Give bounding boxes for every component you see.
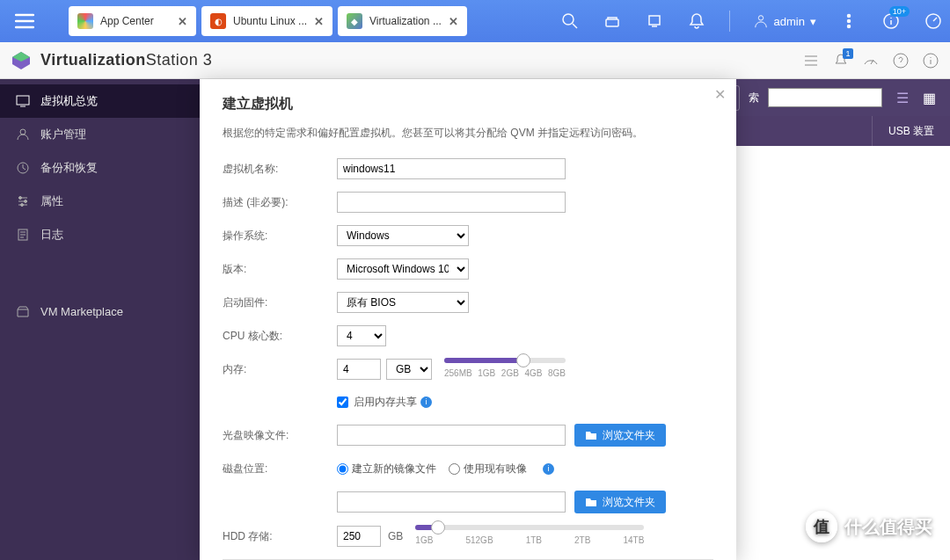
info-icon[interactable]: i	[543, 463, 554, 475]
label-version: 版本:	[223, 262, 337, 277]
hdd-unit: GB	[388, 530, 403, 542]
label-memory: 内存:	[223, 362, 337, 377]
svg-point-16	[25, 200, 27, 203]
label-hdd: HDD 存储:	[223, 529, 337, 544]
close-icon[interactable]: ✕	[449, 15, 458, 28]
memory-input[interactable]	[337, 359, 381, 380]
svg-point-15	[19, 197, 22, 200]
separator	[729, 11, 730, 32]
chevron-down-icon: ▾	[810, 15, 816, 28]
column-usb[interactable]: USB 装置	[872, 116, 950, 146]
disk-path-input[interactable]	[337, 491, 566, 513]
sidebar-item-logs[interactable]: 日志	[0, 218, 200, 251]
sidebar-item-marketplace[interactable]: VM Marketplace	[0, 295, 200, 327]
sidebar: 虚拟机总览 账户管理 备份和恢复 属性 日志 VM Marketplace	[0, 79, 200, 560]
memory-slider[interactable]: 256MB1GB2GB4GB8GB	[444, 358, 713, 378]
mem-share-checkbox[interactable]: 启用内存共享	[337, 395, 417, 410]
app-tools: 1	[802, 52, 939, 69]
svg-point-5	[848, 25, 851, 28]
app-logo-icon	[11, 50, 32, 71]
sidebar-item-label: 备份和恢复	[40, 160, 98, 176]
label-iso: 光盘映像文件:	[223, 428, 337, 443]
info-icon[interactable]	[922, 52, 939, 69]
alert-bell-icon[interactable]: 1	[832, 52, 850, 69]
create-vm-modal: ✕ 建立虚拟机 根据您的特定需求和偏好配置虚拟机。您甚至可以将其分配给 QVM …	[200, 79, 736, 560]
dashboard-icon[interactable]	[924, 11, 943, 31]
watermark-icon: 值	[806, 511, 837, 542]
cpu-select[interactable]: 4	[337, 325, 386, 346]
search-input[interactable]	[768, 88, 882, 107]
svg-point-13	[20, 129, 26, 135]
modal-subtitle: 根据您的特定需求和偏好配置虚拟机。您甚至可以将其分配给 QVM 并指定远程访问密…	[223, 126, 713, 141]
info-icon[interactable]: 10+	[881, 11, 901, 31]
devices-icon[interactable]	[645, 11, 664, 31]
vm-name-input[interactable]	[337, 158, 566, 179]
volume-icon[interactable]	[603, 11, 622, 31]
sidebar-item-label: 日志	[40, 227, 63, 243]
watermark: 值 什么值得买	[806, 511, 932, 542]
bell-icon[interactable]	[687, 11, 706, 31]
search-label: 索	[749, 91, 759, 105]
label-desc: 描述 (非必要):	[223, 195, 337, 210]
disk-new-radio[interactable]: 建立新的镜像文件	[337, 462, 436, 476]
disk-existing-radio[interactable]: 使用现有映像	[449, 462, 527, 476]
description-input[interactable]	[337, 192, 566, 213]
modal-title: 建立虚拟机	[223, 95, 713, 113]
close-icon[interactable]: ✕	[714, 86, 726, 103]
svg-point-3	[848, 15, 851, 18]
os-select[interactable]: Windows	[337, 225, 469, 246]
svg-point-2	[758, 16, 763, 20]
sidebar-item-accounts[interactable]: 账户管理	[0, 118, 200, 151]
sidebar-item-label: VM Marketplace	[40, 305, 123, 318]
close-icon[interactable]: ✕	[314, 15, 324, 28]
svg-point-17	[21, 204, 24, 207]
sidebar-item-label: 虚拟机总览	[40, 93, 98, 109]
gauge-icon[interactable]	[862, 52, 880, 69]
menu-icon[interactable]	[7, 4, 42, 39]
watermark-text: 什么值得买	[844, 515, 932, 539]
svg-point-0	[563, 14, 574, 25]
label-disk-location: 磁盘位置:	[223, 462, 337, 476]
help-icon[interactable]	[892, 52, 910, 69]
sidebar-item-overview[interactable]: 虚拟机总览	[0, 84, 200, 118]
app-header: VirtualizationStation 3 1	[0, 42, 950, 79]
svg-point-4	[848, 20, 851, 23]
label-vm-name: 虚拟机名称:	[223, 162, 337, 177]
tab-label: Virtualization ...	[369, 15, 442, 27]
os-tab-ubuntu[interactable]: ◐ Ubuntu Linux ... ✕	[201, 6, 332, 36]
os-tab-virtualization[interactable]: ◆ Virtualization ... ✕	[338, 6, 467, 36]
hdd-size-input[interactable]	[337, 526, 381, 547]
more-icon[interactable]	[839, 11, 859, 31]
svg-point-10	[894, 54, 908, 68]
sidebar-item-label: 账户管理	[40, 127, 86, 142]
version-select[interactable]: Microsoft Windows 10	[337, 258, 469, 280]
info-icon[interactable]: i	[420, 396, 432, 408]
browse-iso-button[interactable]: 浏览文件夹	[574, 424, 666, 447]
firmware-select[interactable]: 原有 BIOS	[337, 292, 469, 313]
iso-path-input[interactable]	[337, 425, 566, 446]
os-tab-app-center[interactable]: App Center ✕	[69, 6, 196, 36]
tab-label: Ubuntu Linux ...	[233, 15, 307, 27]
ubuntu-icon: ◐	[210, 13, 226, 29]
os-top-bar: App Center ✕ ◐ Ubuntu Linux ... ✕ ◆ Virt…	[0, 0, 950, 42]
sidebar-item-backup[interactable]: 备份和恢复	[0, 151, 200, 185]
label-firmware: 启动固件:	[223, 295, 337, 310]
browse-disk-button[interactable]: 浏览文件夹	[574, 491, 666, 513]
close-icon[interactable]: ✕	[178, 15, 187, 28]
hdd-slider[interactable]: 1GB512GB1TB2TB14TB	[415, 525, 713, 545]
badge: 1	[843, 48, 853, 59]
grid-view-icon[interactable]: ▦	[923, 90, 936, 106]
label-cpu: CPU 核心数:	[223, 329, 337, 344]
label-os: 操作系统:	[223, 229, 337, 244]
os-right-tools: admin ▾ 10+	[560, 11, 943, 32]
list-view-icon[interactable]: ☰	[896, 90, 909, 106]
cube-icon: ◆	[347, 13, 362, 29]
stack-icon[interactable]	[802, 52, 820, 69]
sidebar-item-preferences[interactable]: 属性	[0, 185, 200, 218]
tab-label: App Center	[100, 15, 154, 27]
os-tabs: App Center ✕ ◐ Ubuntu Linux ... ✕ ◆ Virt…	[69, 6, 467, 36]
user-label: admin	[774, 15, 805, 28]
user-menu[interactable]: admin ▾	[753, 13, 816, 29]
memory-unit-select[interactable]: GB	[386, 359, 432, 380]
search-icon[interactable]	[560, 11, 580, 31]
